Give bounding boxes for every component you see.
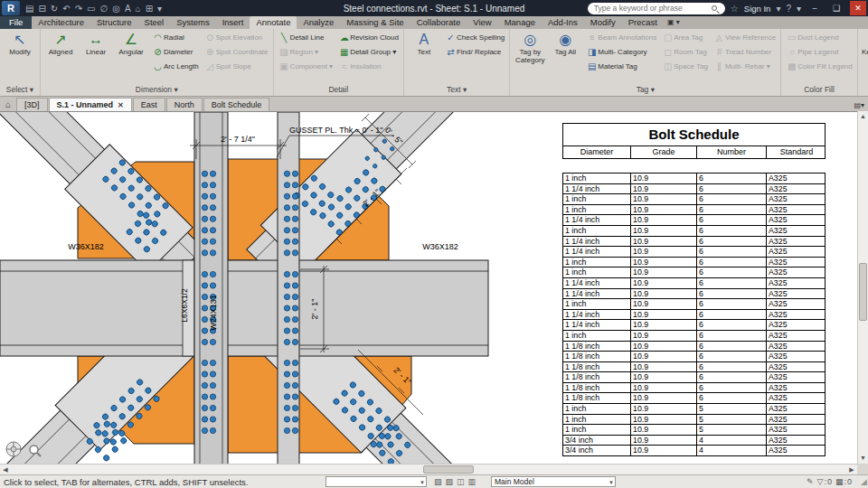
revit-logo[interactable]: R — [2, 1, 20, 15]
panel-label-color-fill[interactable]: Color Fill — [781, 84, 856, 96]
maximize-button[interactable]: ❑ — [828, 1, 844, 15]
zoom-icon[interactable] — [28, 444, 42, 458]
editable-only-icon[interactable]: ✎ — [807, 476, 814, 488]
measure-icon[interactable]: ∅ — [99, 4, 108, 14]
ribbon-tab-precast[interactable]: Precast — [622, 16, 664, 29]
workset-dropdown[interactable]: ▼ — [326, 476, 427, 487]
ribbon-tab-steel[interactable]: Steel — [138, 16, 171, 29]
column-label[interactable]: W24X131 — [209, 295, 218, 331]
ribbon-tab-manage[interactable]: Manage — [498, 16, 542, 29]
schedule-row[interactable]: 1 inch10.96A325 — [563, 205, 825, 216]
ribbon-tab-systems[interactable]: Systems — [170, 16, 215, 29]
selection-count-chip[interactable]: ▦:0 — [835, 476, 852, 488]
sync-icon[interactable]: ↻ — [51, 4, 58, 14]
view-tab-s-1-unnamed[interactable]: S.1 - Unnamed✕ — [49, 98, 132, 111]
panel-label-dimension[interactable]: Dimension ▾ — [41, 84, 273, 96]
scroll-down-icon[interactable]: ▼ — [858, 453, 868, 464]
gusset-note-label[interactable]: GUSSET PL. Thk = 0' - 1" — [289, 126, 382, 135]
help-chevron-icon[interactable]: ▾ — [797, 4, 801, 14]
ribbon-tab-add-ins[interactable]: Add-Ins — [542, 16, 584, 29]
search-input[interactable] — [594, 4, 710, 13]
button-radial[interactable]: ◠Radial — [150, 31, 201, 44]
links-icon[interactable]: ▨ — [446, 476, 454, 488]
ribbon-tab-modify[interactable]: Modify — [584, 16, 622, 29]
schedule-row[interactable]: 1 1/4 inch10.96A325 — [563, 310, 825, 321]
button-linear[interactable]: ↔Linear — [79, 31, 113, 57]
schedule-row[interactable]: 1 inch10.95A325 — [563, 415, 825, 426]
button-tag-all[interactable]: ◉Tag All — [548, 31, 582, 64]
view-tab-3d[interactable]: [3D] — [16, 98, 48, 111]
button-arc-length[interactable]: ◡Arc Length — [150, 60, 201, 73]
close-view-tab-icon[interactable]: ✕ — [118, 99, 124, 112]
dim-2-1-mid-label[interactable]: 2' - 1" — [310, 299, 319, 320]
schedule-row[interactable]: 1 1/8 inch10.96A325 — [563, 393, 825, 404]
view-tab-east[interactable]: East — [133, 98, 165, 111]
panel-label-text[interactable]: Text ▾ — [404, 84, 509, 96]
schedule-row[interactable]: 1 1/4 inch10.96A325 — [563, 247, 825, 258]
schedule-row[interactable]: 3/4 inch10.94A325 — [563, 436, 825, 446]
schedule-row[interactable]: 1 inch10.96A325 — [563, 258, 825, 268]
schedule-row[interactable]: 1 inch10.96A325 — [563, 331, 825, 342]
filter-chip[interactable]: ▽:0 — [817, 476, 832, 488]
schedule-row[interactable]: 1 inch10.96A325 — [563, 299, 825, 310]
tag-icon[interactable]: ◎ — [112, 4, 120, 14]
ribbon-tab-file[interactable]: File — [0, 16, 32, 29]
help-icon[interactable]: ? — [786, 4, 791, 14]
schedule-row[interactable]: 1 1/8 inch10.96A325 — [563, 342, 825, 352]
button-detail-group[interactable]: ▦Detail Group ▾ — [336, 45, 401, 59]
sign-in-button[interactable]: Sign In — [744, 4, 771, 14]
schedule-row[interactable]: 1 inch10.95A325 — [563, 425, 825, 436]
panel-label-symbol[interactable]: Symbol — [858, 84, 868, 96]
schedule-row[interactable]: 1 inch10.96A325 — [563, 267, 825, 278]
favorites-icon[interactable]: ☆ — [731, 4, 739, 14]
button-tag-by-category[interactable]: ◎Tag by Category — [513, 31, 547, 64]
drawing-canvas[interactable]: 2' - 7 1/4" GUSSET PL. Thk = 0' - 1" 0' … — [0, 111, 857, 464]
steering-wheel-icon[interactable] — [5, 440, 23, 458]
undo-icon[interactable]: ↶ — [62, 4, 70, 14]
button-modify[interactable]: ↖Modify — [3, 31, 37, 57]
imports-icon[interactable]: ◫ — [457, 476, 465, 488]
default-3d-view-icon[interactable]: ⌂ — [136, 4, 141, 14]
vertical-scrollbar[interactable]: ▲ ▼ — [857, 111, 868, 464]
button-keynote[interactable]: ⚑Keynote ▾ — [861, 31, 868, 57]
button-revision-cloud[interactable]: ☁Revision Cloud — [336, 31, 401, 44]
button-material-tag[interactable]: ▤Material Tag — [584, 60, 658, 73]
button-aligned[interactable]: ↗Aligned — [43, 31, 78, 57]
schedule-row[interactable]: 1 1/8 inch10.96A325 — [563, 362, 825, 373]
schedule-row[interactable]: 1 1/4 inch10.96A325 — [563, 237, 825, 248]
button-find-replace[interactable]: ⇄Find/ Replace — [443, 45, 506, 59]
horizontal-scrollbar[interactable]: ◀ ▶ — [0, 464, 857, 474]
schedule-row[interactable]: 1 1/8 inch10.96A325 — [563, 383, 825, 394]
open-icon[interactable]: ▤ — [25, 4, 33, 14]
ribbon-display-toggle-icon[interactable]: ▣ ▾ — [667, 16, 680, 29]
beam-w36[interactable] — [0, 260, 488, 356]
button-angular[interactable]: ∠Angular — [114, 31, 148, 57]
ribbon-tab-annotate[interactable]: Annotate — [250, 16, 297, 29]
scroll-left-icon[interactable]: ◀ — [0, 465, 11, 474]
button-detail-line[interactable]: ╲Detail Line — [277, 31, 335, 44]
ribbon-tab-architecture[interactable]: Architecture — [32, 16, 90, 29]
schedule-row[interactable]: 3/4 inch10.94A325 — [563, 446, 825, 456]
ribbon-tab-analyze[interactable]: Analyze — [297, 16, 340, 29]
search-box[interactable] — [588, 3, 725, 14]
panel-label-tag[interactable]: Tag ▾ — [510, 84, 780, 96]
search-icon[interactable] — [712, 5, 717, 11]
home-icon[interactable]: ⌂ — [0, 98, 16, 111]
scroll-up-icon[interactable]: ▲ — [858, 111, 868, 122]
button-text[interactable]: AText — [407, 31, 441, 57]
ribbon-tab-structure[interactable]: Structure — [90, 16, 138, 29]
schedule-row[interactable]: 1 1/8 inch10.96A325 — [563, 372, 825, 383]
panel-label-detail[interactable]: Detail — [274, 84, 403, 96]
section-icon[interactable]: ⊞ — [146, 4, 153, 14]
schedule-row[interactable]: 1 inch10.96A325 — [563, 194, 825, 205]
design-option-dropdown[interactable]: Main Model▼ — [491, 476, 616, 487]
schedule-row[interactable]: 1 inch10.96A325 — [563, 226, 825, 237]
view-tab-bolt-schedule[interactable]: Bolt Schedule — [203, 98, 270, 111]
schedule-row[interactable]: 1 inch10.96A325 — [563, 174, 825, 184]
view-tab-list-icon[interactable]: ▤▾ — [854, 101, 864, 109]
save-icon[interactable]: ⊟ — [38, 4, 45, 14]
button-diameter[interactable]: ⊘Diameter — [150, 45, 201, 59]
beam-left-label[interactable]: W36X182 — [68, 242, 104, 251]
bolt-schedule-table[interactable]: Bolt Schedule DiameterGradeNumberStandar… — [562, 123, 826, 456]
beam-right-label[interactable]: W36X182 — [422, 242, 458, 251]
